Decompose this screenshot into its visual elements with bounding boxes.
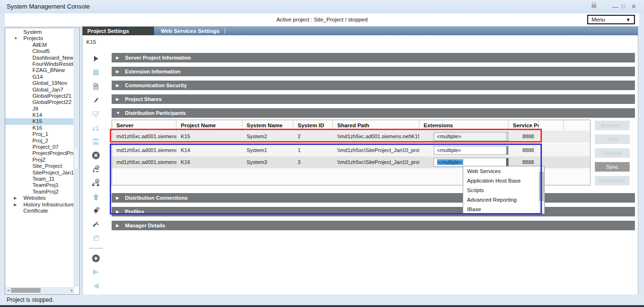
tree-item-teamproj1[interactable]: TeamProj1 <box>5 182 73 188</box>
sync-button[interactable]: Sync <box>595 162 630 172</box>
cancel-icon[interactable] <box>87 148 104 162</box>
tree-item-globalproject22[interactable]: GlobalProject22 <box>5 99 73 105</box>
section-profiles[interactable]: ▶Profiles <box>112 207 635 216</box>
minimize-button[interactable]: — <box>612 4 618 10</box>
dropdown-option-ibase[interactable]: IBase <box>463 205 544 214</box>
dropdown-option-scripts[interactable]: Scripts <box>463 185 544 195</box>
scroll-left-icon[interactable]: ◄ <box>6 288 10 293</box>
tree-item-projz[interactable]: ProjZ <box>5 157 73 163</box>
tree-item-k16[interactable]: K16 <box>5 125 73 131</box>
stop-icon[interactable] <box>87 65 104 79</box>
tree-item-allem[interactable]: AllEM <box>5 42 73 48</box>
tree-item-proj-1[interactable]: Proj_1 <box>5 131 73 137</box>
tree-item-teamproj2[interactable]: TeamProj2 <box>5 189 73 195</box>
save-icon[interactable] <box>87 134 104 148</box>
browse-button[interactable]: Browse... <box>595 121 630 130</box>
dropdown-option-advanced-reporting[interactable]: Advanced Reporting <box>463 195 544 205</box>
tree-item-projects[interactable]: ▼Projects <box>5 35 73 41</box>
col-system-name[interactable]: System Name <box>242 120 293 131</box>
section-manager-details[interactable]: ▶Manager Details <box>112 221 635 230</box>
remove-button[interactable]: Remove <box>595 148 630 158</box>
section-extension-information[interactable]: ▶Extension Information <box>112 67 635 76</box>
tree-item-k15-selected[interactable]: K15 <box>5 118 73 124</box>
tree-item-fourwindsresidence[interactable]: FourWindsResidence <box>5 61 73 67</box>
network-check-icon[interactable] <box>87 176 104 190</box>
col-project-name[interactable]: Project Name <box>177 120 242 131</box>
tree-item-globalproject21[interactable]: GlobalProject21 <box>5 93 73 99</box>
forward-icon[interactable] <box>87 265 104 279</box>
tree-item-certificate[interactable]: Certificate <box>5 208 73 214</box>
alarm-disable-icon[interactable] <box>87 204 104 217</box>
dropdown-scrollbar[interactable]: ▲ ▼ <box>539 166 544 214</box>
expander-right-icon[interactable]: ▶ <box>14 195 17 201</box>
dropdown-option-application-host-base[interactable]: Application Host Base <box>463 176 544 185</box>
scroll-up-icon[interactable]: ▲ <box>539 167 544 170</box>
scrollbar-thumb[interactable] <box>539 172 544 201</box>
tab-project-settings[interactable]: Project Settings <box>83 27 154 35</box>
back-icon[interactable] <box>87 279 104 293</box>
scroll-down-icon[interactable]: ▼ <box>539 210 544 213</box>
col-system-id[interactable]: System ID <box>293 120 333 131</box>
tree-item-fzag-bnew[interactable]: FZAG_BNew <box>5 67 73 73</box>
tree-item-project-07[interactable]: Project_07 <box>5 144 73 150</box>
tree-item-j9[interactable]: J9 <box>5 106 73 112</box>
network-edit-icon[interactable] <box>87 121 104 134</box>
disconnect-icon[interactable] <box>87 217 104 231</box>
section-distribution-participants[interactable]: ▼Distribution Participants <box>112 108 635 118</box>
col-extensions[interactable]: Extensions <box>419 120 509 131</box>
tree-item-global-19nov[interactable]: Global_19Nov <box>5 80 73 86</box>
col-server[interactable]: Server <box>112 120 177 131</box>
col-service-port[interactable]: Service Port <box>509 120 539 131</box>
col-shared-path[interactable]: Shared Path <box>333 120 419 131</box>
tree-item-g14[interactable]: G14 <box>5 74 73 80</box>
open-project-icon[interactable] <box>87 79 104 93</box>
table-row-k14[interactable]: md1zh5xc.ad001.siemens K14 System1 1 \\m… <box>112 144 590 156</box>
tree-item-cloud5[interactable]: Cloud5 <box>5 48 73 54</box>
tree-item-dashboard-new[interactable]: Dashboard_New <box>5 55 73 61</box>
tree-item-history-infrastructure[interactable]: ▶History Infrastructure <box>5 202 73 208</box>
close-button[interactable]: ✕ <box>631 3 636 10</box>
extensions-combobox[interactable]: <multiple> ▼ <box>434 132 509 141</box>
tree-item-team-11[interactable]: Team_11 <box>5 176 73 182</box>
table-header-row: Server Project Name System Name System I… <box>112 120 590 131</box>
service-check-icon[interactable] <box>87 162 104 176</box>
tree-item-site-project[interactable]: Site_Project <box>5 163 73 169</box>
window-title: System Management Console <box>7 3 90 10</box>
tree-item-system[interactable]: System <box>5 29 73 35</box>
dropdown-option-web-services[interactable]: Web Services <box>463 166 544 176</box>
scroll-right-icon[interactable]: ► <box>70 288 74 293</box>
section-communication-security[interactable]: ▶Communication Security <box>112 81 635 90</box>
clear-database-icon[interactable] <box>87 231 104 245</box>
edit-pen-icon[interactable] <box>87 93 104 107</box>
vertical-toolbar <box>87 51 104 293</box>
tree-item-projectprojectproject[interactable]: ProjectProjectProjectI <box>5 150 73 156</box>
extensions-button[interactable]: Extensions <box>595 176 630 185</box>
toolbar-separator <box>89 248 103 248</box>
tree-vertical-scrollbar[interactable] <box>73 29 79 287</box>
add-icon[interactable] <box>87 251 104 265</box>
tab-web-services-settings[interactable]: Web Services Settings <box>154 27 226 35</box>
expander-down-icon[interactable]: ▼ <box>14 35 18 41</box>
tree-item-websites[interactable]: ▶Websites <box>5 195 73 201</box>
scrollbar-thumb[interactable] <box>11 288 41 293</box>
section-project-shares[interactable]: ▶Project Shares <box>112 94 635 104</box>
maximize-button[interactable]: □ <box>622 3 625 10</box>
upload-arrow-icon[interactable] <box>87 190 104 204</box>
menu-dropdown[interactable]: Menu ▼ <box>587 15 635 24</box>
tree-item-proj-2[interactable]: Proj_2 <box>5 138 73 144</box>
monitor-edit-icon[interactable] <box>87 107 104 121</box>
section-server-project-information[interactable]: ▶Server Project Information <box>112 53 635 62</box>
extensions-combobox[interactable]: <multiple> ▼ <box>434 146 509 155</box>
title-bar: System Management Console — □ ✕ <box>0 0 644 13</box>
tree-item-global-jan7[interactable]: Global_Jan7 <box>5 87 73 93</box>
start-icon[interactable] <box>87 51 104 65</box>
collapsed-icon: ▶ <box>116 221 119 230</box>
tree-item-k14[interactable]: K14 <box>5 112 73 118</box>
add-button[interactable]: Add <box>595 134 630 144</box>
scrollbar-thumb[interactable] <box>74 148 78 169</box>
section-distribution-connections[interactable]: ▶Distribution Connections <box>112 193 635 203</box>
tree-item-siteproject-jan10[interactable]: SiteProject_Jan10 <box>5 170 73 176</box>
tree-horizontal-scrollbar[interactable]: ◄ ► <box>6 287 74 294</box>
expander-right-icon[interactable]: ▶ <box>14 202 17 208</box>
table-row-k15[interactable]: md1zh5xc.ad001.siemens K15 System2 2 \\m… <box>112 131 590 143</box>
